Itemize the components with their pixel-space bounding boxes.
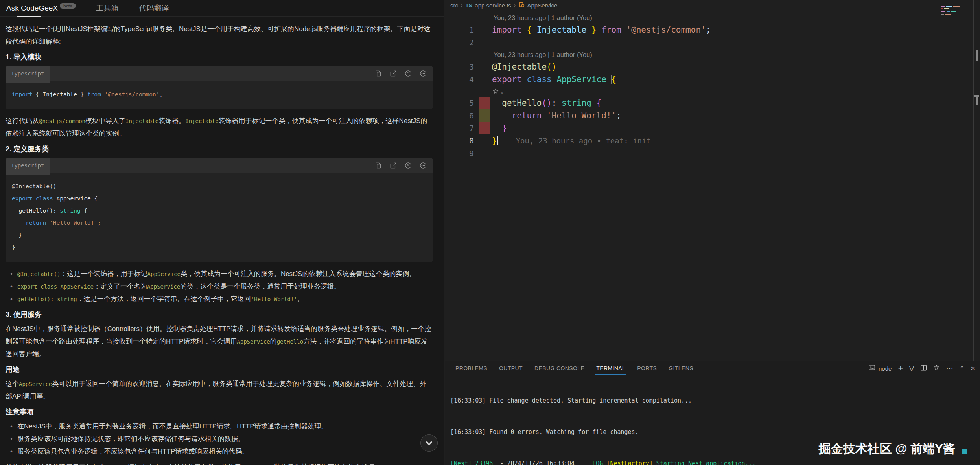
- line-number: 1: [445, 24, 474, 36]
- code-line: }: [12, 244, 15, 250]
- kill-terminal-icon[interactable]: [933, 364, 940, 373]
- copy-icon[interactable]: [375, 70, 382, 77]
- breadcrumb-folder[interactable]: src: [450, 2, 458, 9]
- section-heading-2: 2. 定义服务类: [6, 143, 433, 155]
- watermark-dot: [962, 449, 967, 454]
- tab-gitlens[interactable]: GITLENS: [669, 361, 693, 375]
- scroll-to-bottom-button[interactable]: [420, 434, 438, 452]
- code-token: import: [12, 91, 36, 97]
- text: 这行代码从: [6, 117, 39, 125]
- code-token: from: [87, 91, 105, 97]
- code-token: '@nestjs/common': [105, 91, 160, 97]
- bullet-item: 在NestJS中，服务类通常用于封装业务逻辑，而不是直接处理HTTP请求。HTT…: [6, 420, 433, 433]
- chevron-down-icon: [426, 441, 433, 446]
- split-terminal-icon[interactable]: [920, 364, 927, 373]
- tab-ask-codegeex[interactable]: Ask CodeGeeXbeta: [6, 4, 76, 13]
- code-token: ;: [706, 25, 711, 35]
- code-token: getHello: [492, 98, 542, 108]
- bullet-item: export class AppService：定义了一个名为AppServic…: [6, 280, 433, 293]
- more-actions-icon[interactable]: ⋯: [946, 364, 953, 373]
- inline-code: AppService: [237, 338, 270, 345]
- answer-paragraph: 这个AppService类可以用于返回一个简单的欢迎消息。在实际应用中，服务类通…: [6, 378, 433, 403]
- terminal-dropdown-icon[interactable]: ⋁: [909, 365, 914, 371]
- code-block-header: Typescript: [6, 66, 433, 81]
- inline-code: Injectable: [185, 118, 218, 124]
- code-editor[interactable]: You, 23 hours ago | 1 author (You) 1impo…: [445, 9, 980, 160]
- tab-code-translate[interactable]: 代码翻译: [139, 3, 169, 13]
- terminal-shell-label[interactable]: node: [879, 365, 892, 372]
- answer-intro: 这段代码是一个使用NestJS框架编写的TypeScript服务类。NestJS…: [6, 23, 433, 48]
- bullet-item: 服务类应该只包含业务逻辑，不应该包含任何与HTTP请求或响应相关的代码。: [6, 445, 433, 458]
- section-heading-notes: 注意事项: [6, 406, 433, 418]
- codegeex-inline-action[interactable]: ⌄: [445, 86, 980, 97]
- code-token: export class: [12, 195, 57, 202]
- text: 的: [270, 338, 277, 345]
- more-actions-icon[interactable]: [420, 162, 427, 169]
- new-file-icon[interactable]: [405, 70, 412, 77]
- code-line-1: 1import { Injectable } from '@nestjs/com…: [445, 24, 980, 36]
- tab-output[interactable]: OUTPUT: [499, 361, 523, 375]
- code-token: string: [60, 208, 84, 214]
- language-label: Typescript: [6, 158, 50, 175]
- new-terminal-icon[interactable]: +: [898, 364, 903, 373]
- tab-problems[interactable]: PROBLEMS: [455, 361, 487, 375]
- more-actions-icon[interactable]: [420, 70, 427, 77]
- language-label: Typescript: [6, 66, 50, 83]
- section-heading-3: 3. 使用服务: [6, 309, 433, 320]
- minimap[interactable]: [941, 6, 969, 17]
- code-token: '@nestjs/common': [626, 25, 706, 35]
- code-token: }: [492, 123, 507, 133]
- typescript-file-icon: TS: [466, 2, 472, 8]
- changed-lines-gutter: [479, 97, 490, 109]
- tab-terminal[interactable]: TERMINAL: [596, 361, 625, 375]
- new-file-icon[interactable]: [405, 162, 412, 169]
- chevron-right-icon: ›: [461, 2, 463, 8]
- code-line-5: 5 getHello(): string {: [445, 97, 980, 109]
- tab-ports[interactable]: PORTS: [637, 361, 657, 375]
- text: 。: [297, 295, 304, 303]
- codegeex-panel: Ask CodeGeeXbeta 工具箱 代码翻译 这段代码是一个使用NestJ…: [0, 0, 444, 465]
- code-block-header: Typescript: [6, 158, 433, 173]
- text: ：这是一个装饰器，用于标记: [61, 270, 147, 278]
- inline-code: @nestjs/common: [39, 118, 85, 124]
- line-number: 9: [445, 147, 474, 160]
- notes-bullets: 在NestJS中，服务类通常用于封装业务逻辑，而不是直接处理HTTP请求。HTT…: [6, 420, 433, 458]
- text: 的类，这个类是一个服务类，通常用于处理业务逻辑。: [180, 283, 341, 290]
- code-token: ;: [98, 220, 101, 226]
- code-token: string: [562, 98, 597, 108]
- maximize-panel-icon[interactable]: ⌃: [960, 365, 965, 372]
- inline-code: AppService: [147, 283, 180, 290]
- text: 类，使其成为一个可注入的服务。NestJS的依赖注入系统会管理这个类的实例。: [181, 270, 416, 278]
- code-token: {: [527, 25, 537, 35]
- copy-icon[interactable]: [375, 162, 382, 169]
- insert-code-icon[interactable]: [390, 162, 397, 169]
- tab-toolbox[interactable]: 工具箱: [96, 3, 119, 13]
- explanation-bullets: @Injectable()：这是一个装饰器，用于标记AppService类，使其…: [6, 268, 433, 305]
- breadcrumb-symbol[interactable]: AppService: [527, 2, 558, 9]
- inline-code: Injectable: [125, 118, 158, 124]
- inline-code: AppService: [147, 271, 181, 277]
- line-number: 6: [445, 109, 474, 122]
- inline-code: 'Hello World!': [251, 296, 297, 302]
- code-token: return: [12, 220, 50, 226]
- text: 模块中导入了: [85, 117, 125, 125]
- panel-tab-bar: PROBLEMS OUTPUT DEBUG CONSOLE TERMINAL P…: [445, 361, 980, 375]
- codegeex-icon: [493, 88, 499, 94]
- code-token: ():: [46, 208, 60, 214]
- section-heading-1: 1. 导入模块: [6, 51, 433, 63]
- answer-summary: 总的来说，这段代码展示了如何在NestJS框架中定义一个简单的服务类，并使用In…: [6, 461, 433, 465]
- code-line-9: 9: [445, 147, 980, 160]
- code-token: {: [84, 208, 87, 214]
- codelens-blame[interactable]: You, 23 hours ago | 1 author (You): [445, 49, 980, 61]
- tab-debug-console[interactable]: DEBUG CONSOLE: [534, 361, 584, 375]
- code-line-8: 8}You, 23 hours ago • feat: init: [445, 134, 980, 147]
- codelens-blame[interactable]: You, 23 hours ago | 1 author (You): [445, 12, 980, 24]
- terminal-line: [16:33:03] Found 0 errors. Watching for …: [450, 428, 980, 436]
- breadcrumb-file[interactable]: app.service.ts: [475, 2, 511, 9]
- close-panel-icon[interactable]: ×: [971, 364, 975, 373]
- insert-code-icon[interactable]: [390, 70, 397, 77]
- answer-paragraph: 这行代码从@nestjs/common模块中导入了Injectable装饰器。I…: [6, 115, 433, 140]
- code-line-3: 3@Injectable(): [445, 61, 980, 73]
- terminal-actions: node + ⋁ ⋯ ⌃ ×: [868, 361, 975, 375]
- inline-code: AppService: [19, 381, 52, 387]
